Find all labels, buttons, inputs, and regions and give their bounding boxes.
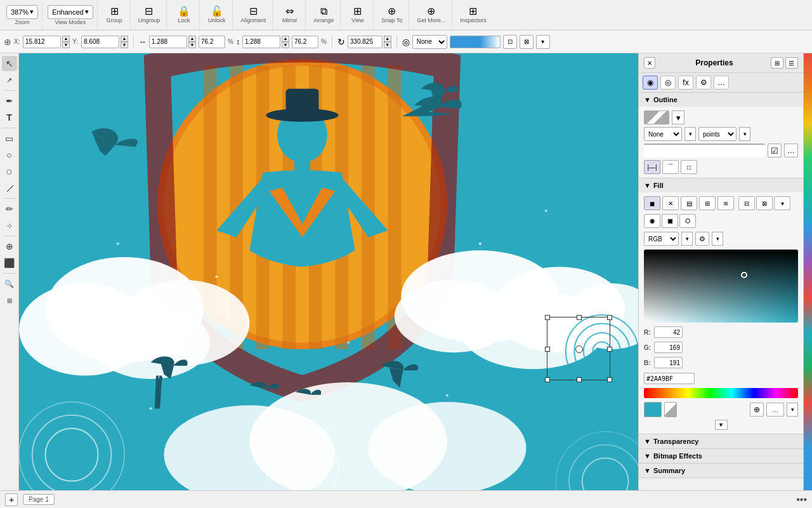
hue-spectrum[interactable]	[644, 388, 798, 398]
cap-round-btn[interactable]: ⌒	[662, 160, 679, 174]
panel-view-btn-1[interactable]: ⊞	[771, 57, 783, 69]
tab-stroke[interactable]: ◎	[660, 76, 676, 90]
add-page-btn[interactable]: +	[5, 493, 18, 506]
bitmap-effects-header[interactable]: ▼ Bitmap Effects	[639, 449, 803, 463]
rotation-input[interactable]	[348, 36, 383, 48]
fill-tool[interactable]: ⬛	[2, 255, 17, 271]
tab-fx[interactable]: fx	[678, 76, 693, 90]
fill-extra-3[interactable]: ▾	[774, 196, 790, 210]
fill-expand-btn[interactable]: ▼	[715, 420, 728, 430]
y-input[interactable]	[81, 36, 119, 48]
height-input[interactable]	[242, 36, 280, 48]
x-down[interactable]: ▼	[62, 42, 70, 48]
outline-style-select[interactable]: None	[644, 127, 682, 141]
fill-gradient-btn[interactable]: ▤	[681, 196, 697, 210]
get-more-button[interactable]: ⊕ Get More...	[414, 5, 448, 25]
polygon-tool[interactable]: ⬡	[2, 164, 17, 179]
zoom-tool[interactable]: 🔍	[2, 276, 17, 291]
fill-texture-btn[interactable]: ≋	[717, 196, 734, 210]
outline-units-dropdown[interactable]: ▾	[739, 127, 750, 141]
y-down[interactable]: ▼	[121, 42, 128, 48]
lock-button[interactable]: 🔒 Lock	[175, 5, 193, 25]
outline-color-swatch[interactable]	[644, 110, 669, 124]
status-more-btn[interactable]: •••	[796, 494, 807, 505]
width-input[interactable]	[149, 36, 187, 48]
h-up[interactable]: ▲	[282, 36, 289, 42]
outline-header[interactable]: ▼ Outline	[639, 93, 803, 107]
eyedropper-tool[interactable]: ⊕	[2, 239, 17, 254]
line-tool[interactable]: —	[0, 177, 20, 199]
snap-to-button[interactable]: ⊕ Snap To	[379, 5, 405, 25]
transparency-header[interactable]: ▼ Transparency	[639, 434, 803, 448]
current-color-swatch[interactable]	[644, 402, 662, 417]
rect-tool[interactable]: ▭	[2, 131, 17, 146]
inspectors-button[interactable]: ⊞ Inspectors	[457, 5, 489, 25]
opacity-dropdown[interactable]: None	[412, 35, 447, 49]
view-button[interactable]: ⊞ View	[349, 5, 366, 25]
tab-more[interactable]: …	[714, 76, 729, 90]
fill-extra-1[interactable]: ⊟	[738, 196, 755, 210]
panel-view-btn-2[interactable]: ☰	[785, 57, 798, 69]
fill-header[interactable]: ▼ Fill	[639, 178, 803, 192]
fit-to-page-btn[interactable]: ⊡	[503, 35, 517, 49]
fill-none-btn[interactable]: ✕	[662, 196, 679, 210]
y-up[interactable]: ▲	[121, 36, 128, 42]
opacity-swatch[interactable]	[664, 402, 677, 417]
group-button[interactable]: ⊞ Group	[104, 5, 125, 25]
tab-settings[interactable]: ⚙	[696, 76, 711, 90]
zoom-dropdown[interactable]: 387% ▾	[6, 5, 38, 19]
pen-tool[interactable]: ✒	[2, 93, 17, 109]
arrange-button[interactable]: ⧉ Arrange	[311, 5, 336, 25]
page-1-tab[interactable]: Page 1	[23, 494, 55, 505]
cap-square-btn[interactable]: □	[681, 160, 697, 174]
ellipse-tool[interactable]: ○	[2, 147, 17, 163]
x-input[interactable]	[23, 36, 61, 48]
ungroup-button[interactable]: ⊟ Ungroup	[136, 5, 163, 25]
fill-extra-2[interactable]: ⊠	[756, 196, 773, 210]
swatch-dropdown-btn[interactable]: ▾	[787, 403, 798, 417]
stroke-expand-btn[interactable]: …	[784, 144, 798, 157]
grid-tool[interactable]: ⊞	[2, 293, 17, 308]
spray-tool[interactable]: ⊹	[2, 218, 17, 233]
rot-down[interactable]: ▼	[384, 42, 391, 48]
g-input[interactable]	[654, 342, 683, 353]
close-panel-btn[interactable]: ✕	[644, 57, 655, 69]
eyedropper-btn[interactable]: ⊕	[750, 403, 764, 417]
more-options-btn[interactable]: ▾	[536, 35, 550, 49]
hex-input[interactable]	[644, 373, 695, 384]
color-model-circle-btn[interactable]: ◉	[644, 214, 660, 228]
fill-pattern-btn[interactable]: ⊞	[699, 196, 716, 210]
b-input[interactable]	[654, 357, 683, 368]
rot-up[interactable]: ▲	[384, 36, 391, 42]
stroke-checkbox[interactable]: ☑	[768, 144, 782, 157]
outline-style-dropdown[interactable]: ▾	[684, 127, 696, 141]
color-model-hex-btn[interactable]: ⬡	[679, 214, 696, 228]
view-modes-dropdown[interactable]: Enhanced ▾	[48, 5, 93, 19]
r-input[interactable]	[654, 326, 683, 338]
color-settings-btn[interactable]: ⚙	[695, 232, 709, 246]
stroke-line-preview[interactable]	[644, 144, 765, 157]
w-up[interactable]: ▲	[188, 36, 196, 42]
cap-butt-btn[interactable]: |—|	[644, 160, 660, 174]
rgb-dropdown-arrow[interactable]: ▾	[681, 232, 693, 246]
tab-fill[interactable]: ◉	[643, 76, 658, 90]
select-tool[interactable]: ↖	[2, 56, 17, 71]
color-model-select[interactable]: RGB CMYK HSL	[644, 232, 679, 246]
color-settings-arrow[interactable]: ▾	[712, 232, 723, 246]
brush-tool[interactable]: ✏	[2, 201, 17, 217]
height-pct-input[interactable]	[292, 36, 318, 48]
alignment-button[interactable]: ⊟ Alignment	[238, 5, 268, 25]
direct-select-tool[interactable]: ↗	[2, 72, 17, 88]
gradient-box[interactable]	[644, 250, 798, 323]
text-tool[interactable]: T	[2, 110, 17, 125]
swatch-more-btn[interactable]: …	[766, 403, 784, 417]
w-down[interactable]: ▼	[188, 42, 196, 48]
mirror-button[interactable]: ⇔ Mirror	[280, 5, 300, 25]
width-pct-input[interactable]	[199, 36, 225, 48]
outline-color-dropdown-btn[interactable]: ▾	[672, 110, 684, 124]
unlock-button[interactable]: 🔓 Unlock	[206, 5, 228, 25]
outline-units-select[interactable]: points	[698, 127, 737, 141]
fill-solid-btn[interactable]: ◼	[644, 196, 660, 210]
summary-header[interactable]: ▼ Summary	[639, 464, 803, 478]
x-up[interactable]: ▲	[62, 36, 70, 42]
